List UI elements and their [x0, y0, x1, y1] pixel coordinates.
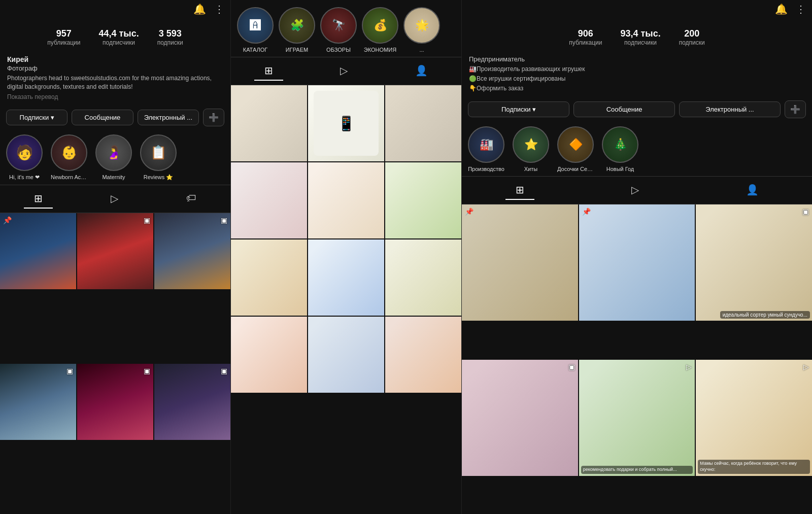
right-header: 🔔 ⋮ [462, 0, 812, 18]
mid-highlight-0[interactable]: 🅰 КАТАЛОГ [237, 7, 274, 53]
left-more-icon[interactable]: ⋮ [214, 3, 224, 15]
left-stat-posts: 957 публикации [47, 28, 80, 46]
left-grid-cell-5[interactable]: ▣ [154, 364, 230, 440]
right-pin-icon-1: 📌 [582, 208, 591, 216]
right-buttons: Подписки ▾ Сообщение Электронный ... ➕ [462, 96, 812, 122]
right-multi-icon-2: ▣ [802, 208, 809, 216]
mid-grid-cell-0[interactable] [231, 85, 307, 161]
left-grid-cell-1[interactable]: ▣ [77, 213, 153, 289]
right-add-button[interactable]: ➕ [785, 100, 806, 118]
mid-grid-cell-10[interactable] [308, 317, 384, 393]
right-tab-grid[interactable]: ⊞ [505, 181, 534, 200]
left-highlight-3[interactable]: 📋 Reviews ⭐ [140, 134, 177, 181]
mid-hl-circle-2: 🔭 [320, 7, 357, 44]
left-highlight-1[interactable]: 👶 Newborn Actions [51, 134, 87, 181]
right-tab-reels[interactable]: ▷ [621, 181, 649, 200]
right-grid-cell-2[interactable]: ▣ идеальный сортер умный сундучо... [696, 204, 812, 321]
left-add-button[interactable]: ➕ [203, 109, 224, 126]
right-highlight-3[interactable]: 🎄 Новый Год [602, 126, 638, 172]
left-email-button[interactable]: Электронный ... [138, 110, 199, 125]
left-buttons: Подписки ▾ Сообщение Электронный ... ➕ [0, 105, 230, 130]
right-stat-followers: 93,4 тыс. подписчики [620, 28, 660, 46]
mid-tab-reels[interactable]: ▷ [330, 61, 358, 81]
left-hl-circle-3: 📋 [140, 134, 177, 171]
mid-grid-cell-9[interactable] [231, 317, 307, 393]
right-bell-icon[interactable]: 🔔 [775, 3, 788, 15]
left-bell-icon[interactable]: 🔔 [193, 3, 206, 15]
right-tabs: ⊞ ▷ 👤 [462, 176, 812, 204]
mid-highlight-4[interactable]: 🌟 ... [403, 7, 440, 53]
left-hl-circle-1: 👶 [51, 134, 87, 171]
multi-icon-2: ▣ [221, 216, 227, 224]
left-tab-tagged[interactable]: 🏷 [176, 189, 207, 209]
left-message-button[interactable]: Сообщение [72, 110, 133, 125]
left-highlights: 🧑 Hi, it's me ❤ 👶 Newborn Actions 🤰 Mate… [0, 130, 230, 185]
left-stats: 957 публикации 44,4 тыс. подписчики 3 59… [0, 18, 230, 51]
left-highlight-0[interactable]: 🧑 Hi, it's me ❤ [6, 134, 43, 181]
right-grid: 📌 📌 ▣ идеальный сортер умный сундучо... … [462, 204, 812, 514]
right-stat-following: 200 подписки [679, 28, 705, 46]
right-follow-button[interactable]: Подписки ▾ [468, 101, 569, 117]
right-grid-cell-1[interactable]: 📌 [579, 204, 695, 321]
mid-grid-cell-4[interactable] [308, 162, 384, 238]
right-stat-posts: 906 публикации [569, 28, 602, 46]
left-bio: Кирей Фотограф Photographers head to swe… [0, 51, 230, 105]
left-grid-cell-2[interactable]: ▣ [154, 213, 230, 289]
right-grid-cell-4[interactable]: ▷ рекомендовать подарки и собрать полный… [579, 360, 695, 476]
right-highlight-1[interactable]: ⭐ Хиты [513, 126, 549, 172]
right-highlight-2[interactable]: 🔶 Досочки Сегена [557, 126, 594, 172]
left-grid-cell-3[interactable]: ▣ [0, 364, 76, 440]
mid-grid-cell-3[interactable] [231, 162, 307, 238]
left-tabs: ⊞ ▷ 🏷 [0, 185, 230, 213]
left-hl-circle-0: 🧑 [6, 134, 43, 171]
left-tab-grid[interactable]: ⊞ [24, 189, 53, 209]
multi-icon-3: ▣ [66, 367, 73, 375]
right-message-button[interactable]: Сообщение [573, 101, 675, 117]
left-grid: 📌 ▣ ▣ ▣ ▣ ▣ [0, 213, 230, 514]
right-pin-icon-0: 📌 [465, 208, 473, 216]
mid-hl-circle-4: 🌟 [403, 7, 440, 44]
left-highlight-2[interactable]: 🤰 Maternity [95, 134, 132, 181]
mid-highlight-3[interactable]: 💰 ЭКОНОМИЯ [362, 7, 398, 53]
mid-highlights: 🅰 КАТАЛОГ 🧩 ИГРАЕМ 🔭 ОБЗОРЫ 💰 ЭКОНОМИЯ 🌟… [231, 0, 461, 57]
right-hl-circle-3: 🎄 [602, 126, 638, 163]
mid-hl-circle-1: 🧩 [279, 7, 315, 44]
left-tab-reels[interactable]: ▷ [100, 189, 128, 209]
mid-highlight-1[interactable]: 🧩 ИГРАЕМ [279, 7, 315, 53]
right-grid-cell-3[interactable]: ▣ [462, 360, 578, 476]
left-stat-following: 3 593 подписки [157, 28, 183, 46]
left-grid-cell-4[interactable]: ▣ [77, 364, 153, 440]
right-profile-panel: 🔔 ⋮ 906 публикации 93,4 тыс. подписчики … [462, 0, 812, 514]
right-grid-cell-0[interactable]: 📌 [462, 204, 578, 321]
mid-tabs: ⊞ ▷ 👤 [231, 57, 461, 85]
left-grid-cell-0[interactable]: 📌 [0, 213, 76, 289]
mid-grid-cell-7[interactable] [308, 239, 384, 316]
mid-grid-cell-6[interactable] [231, 239, 307, 316]
left-stat-followers: 44,4 тыс. подписчики [98, 28, 139, 46]
mid-profile-panel: 🅰 КАТАЛОГ 🧩 ИГРАЕМ 🔭 ОБЗОРЫ 💰 ЭКОНОМИЯ 🌟… [231, 0, 462, 514]
mid-grid-cell-2[interactable] [385, 85, 461, 161]
multi-icon-4: ▣ [144, 367, 150, 375]
mid-hl-circle-3: 💰 [362, 7, 398, 44]
right-hl-circle-0: 🏭 [468, 126, 504, 163]
right-multi-icon-3: ▣ [568, 363, 575, 371]
mid-grid: 📱 [231, 85, 461, 393]
right-tab-tagged[interactable]: 👤 [736, 181, 769, 200]
right-reels-icon-5: ▷ [803, 363, 809, 371]
mid-highlight-2[interactable]: 🔭 ОБЗОРЫ [320, 7, 357, 53]
right-more-icon[interactable]: ⋮ [796, 3, 806, 15]
mid-tab-tagged[interactable]: 👤 [405, 61, 438, 81]
right-highlight-0[interactable]: 🏭 Производство [468, 126, 504, 172]
mid-tab-grid[interactable]: ⊞ [254, 61, 283, 81]
left-follow-button[interactable]: Подписки ▾ [6, 110, 67, 125]
right-grid-cell-5[interactable]: ▷ Мамы сейчас, когда ребёнок говорит, чт… [696, 360, 812, 476]
pin-icon-0: 📌 [3, 216, 12, 224]
mid-grid-cell-11[interactable] [385, 317, 461, 393]
mid-grid-cell-8[interactable] [385, 239, 461, 316]
multi-icon-5: ▣ [221, 367, 227, 375]
mid-hl-circle-0: 🅰 [237, 7, 274, 44]
right-email-button[interactable]: Электронный ... [679, 101, 781, 117]
multi-icon-1: ▣ [144, 216, 150, 224]
mid-grid-cell-1[interactable]: 📱 [308, 85, 384, 161]
mid-grid-cell-5[interactable] [385, 162, 461, 238]
